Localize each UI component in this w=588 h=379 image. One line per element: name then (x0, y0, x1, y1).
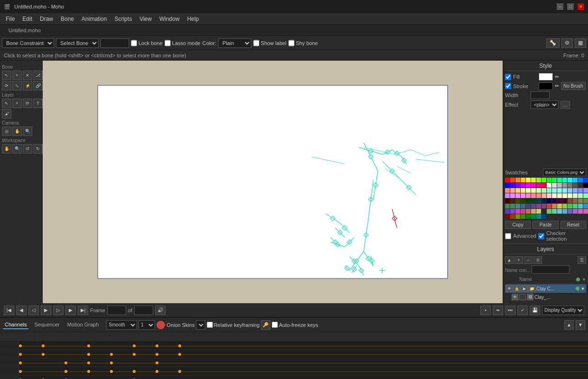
preview-size-1[interactable]: ▪ (480, 306, 491, 315)
color-swatch[interactable] (562, 188, 567, 193)
color-swatch[interactable] (505, 204, 510, 208)
color-swatch[interactable] (547, 199, 551, 203)
timeline-expand-btn[interactable]: ▲ (564, 320, 574, 330)
color-swatch[interactable] (583, 178, 588, 182)
reset-button[interactable]: Reset (560, 221, 586, 229)
tool-scale-bone[interactable]: ⤡ (12, 81, 22, 90)
color-swatch[interactable] (542, 209, 546, 214)
menu-help[interactable]: Help (184, 15, 203, 23)
color-swatch[interactable] (515, 188, 520, 193)
track-content[interactable] (19, 350, 588, 358)
color-swatch[interactable] (562, 178, 567, 182)
color-swatch[interactable] (583, 199, 588, 203)
color-swatch[interactable] (526, 209, 531, 214)
tool-transform-bone[interactable]: ⟳ (2, 81, 11, 90)
color-swatch[interactable] (531, 199, 536, 203)
color-swatch[interactable] (536, 214, 541, 219)
color-swatch[interactable] (536, 183, 541, 188)
color-swatch[interactable] (531, 204, 536, 208)
color-swatch[interactable] (568, 193, 572, 198)
tool-camera-pan[interactable]: ✋ (12, 126, 22, 136)
color-swatch[interactable] (515, 183, 520, 188)
menu-animation[interactable]: Animation (78, 15, 110, 23)
color-swatch[interactable] (531, 209, 536, 214)
color-swatch[interactable] (547, 183, 551, 188)
color-swatch[interactable] (547, 178, 551, 182)
color-swatch[interactable] (510, 214, 515, 219)
color-swatch[interactable] (536, 199, 541, 203)
drawing-canvas[interactable] (97, 85, 448, 279)
select-bone-select[interactable]: Select Bone (56, 38, 99, 48)
color-swatch[interactable] (557, 193, 562, 198)
preview-size-2[interactable]: ▪▪ (493, 306, 503, 315)
color-swatch[interactable] (583, 209, 588, 214)
color-swatch[interactable] (526, 188, 531, 193)
tool-layer-select[interactable]: ↖ (2, 99, 11, 108)
color-swatch[interactable] (573, 199, 578, 203)
preview-size-3[interactable]: ▪▪▪ (505, 306, 515, 315)
menu-edit[interactable]: Edit (18, 15, 36, 23)
color-swatch[interactable] (562, 183, 567, 188)
color-swatch[interactable] (578, 193, 583, 198)
color-swatch[interactable] (521, 183, 525, 188)
color-swatch[interactable] (515, 214, 520, 219)
color-swatch[interactable] (542, 193, 546, 198)
color-swatch[interactable] (510, 178, 515, 182)
color-swatch[interactable] (536, 204, 541, 208)
width-input[interactable]: 6 (531, 91, 550, 99)
tool-layer-rotate[interactable]: ⟳ (23, 99, 32, 108)
color-swatch[interactable] (531, 188, 536, 193)
color-swatch[interactable] (515, 209, 520, 214)
tool-camera-zoom[interactable]: 🔍 (23, 126, 32, 136)
display-quality-select[interactable]: Display Quality (542, 306, 584, 315)
layer-add-btn[interactable]: + (514, 256, 523, 264)
close-button[interactable]: ✕ (578, 3, 584, 10)
play-btn[interactable]: ▶ (41, 306, 51, 315)
preview-save[interactable]: 💾 (530, 306, 540, 315)
audio-btn[interactable]: 🔊 (155, 306, 165, 315)
lock-bone-checkbox[interactable] (131, 38, 137, 48)
onion-skins-select[interactable] (196, 320, 205, 330)
color-swatch[interactable] (536, 209, 541, 214)
effect-select[interactable]: <plain> (531, 100, 559, 109)
menu-bone[interactable]: Bone (57, 15, 78, 23)
tool-layer-add[interactable]: + (12, 99, 22, 108)
lasso-mode-checkbox[interactable] (165, 38, 171, 48)
color-swatch[interactable] (510, 183, 515, 188)
paste-button[interactable]: Paste (533, 221, 558, 229)
color-swatch[interactable] (521, 188, 525, 193)
menu-scripts[interactable]: Scripts (110, 15, 136, 23)
tool-camera-orbit[interactable]: ◎ (2, 126, 11, 136)
color-swatch[interactable] (573, 204, 578, 208)
color-swatch[interactable] (552, 178, 557, 182)
color-swatch[interactable] (547, 209, 551, 214)
color-swatch[interactable] (578, 199, 583, 203)
keyframe-lock-btn[interactable]: 🔑 (261, 320, 270, 330)
color-swatch[interactable] (568, 188, 572, 193)
track-content[interactable] (19, 367, 588, 375)
show-label-checkbox[interactable] (253, 38, 259, 48)
color-swatch[interactable] (521, 178, 525, 182)
timeline-collapse-btn[interactable]: ▼ (576, 320, 585, 330)
color-swatch[interactable] (557, 188, 562, 193)
color-swatch[interactable] (562, 193, 567, 198)
layer-scroll-up[interactable]: ▲ (505, 256, 514, 264)
fill-edit-icon[interactable]: ✏ (555, 74, 559, 80)
tool-bind-bone[interactable]: 🔗 (33, 81, 43, 90)
color-swatch[interactable] (552, 188, 557, 193)
fill-checkbox[interactable] (505, 74, 511, 80)
color-swatch[interactable] (521, 193, 525, 198)
stroke-checkbox[interactable] (505, 83, 511, 89)
maximize-button[interactable]: □ (567, 3, 574, 10)
tool-rotate-right[interactable]: ↻ (33, 144, 43, 153)
color-swatch[interactable] (521, 209, 525, 214)
color-swatch[interactable] (531, 193, 536, 198)
color-swatch[interactable] (573, 209, 578, 214)
color-swatch[interactable] (505, 178, 510, 182)
color-swatch[interactable] (568, 183, 572, 188)
color-swatch[interactable] (531, 214, 536, 219)
frame-current-input[interactable]: 0 (107, 306, 126, 315)
color-swatch[interactable] (542, 188, 546, 193)
color-swatch[interactable] (505, 209, 510, 214)
advanced-checkbox[interactable] (505, 233, 511, 239)
